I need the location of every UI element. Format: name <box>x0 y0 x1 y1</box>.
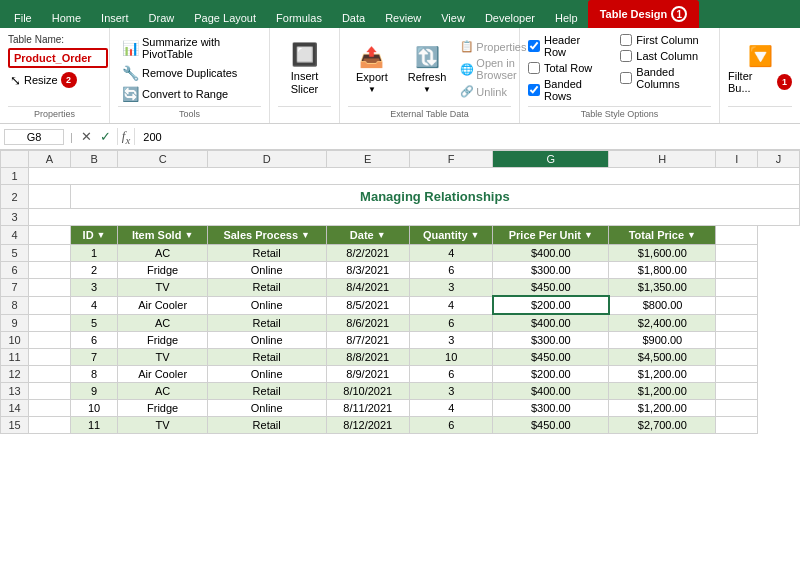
table-data-cell[interactable]: $1,350.00 <box>609 279 716 297</box>
summarize-pivot-button[interactable]: 📊 Summarize with PivotTable <box>118 34 261 62</box>
cell[interactable] <box>29 209 800 226</box>
formula-input[interactable] <box>139 130 796 144</box>
table-data-cell[interactable]: 8/2/2021 <box>326 245 409 262</box>
banded-rows-checkbox-label[interactable]: Banded Rows <box>528 78 604 102</box>
table-data-cell[interactable]: 2 <box>70 262 118 279</box>
tab-insert[interactable]: Insert <box>91 8 139 28</box>
table-data-cell[interactable]: 11 <box>70 417 118 434</box>
table-data-cell[interactable]: 3 <box>409 279 492 297</box>
col-header-f[interactable]: F <box>409 151 492 168</box>
table-data-cell[interactable]: 3 <box>409 332 492 349</box>
cell[interactable] <box>29 226 71 245</box>
cell[interactable] <box>29 185 71 209</box>
cell[interactable] <box>29 400 71 417</box>
cell[interactable] <box>716 226 758 245</box>
table-data-cell[interactable]: 4 <box>70 296 118 314</box>
row-header[interactable]: 7 <box>1 279 29 297</box>
last-column-checkbox-label[interactable]: Last Column <box>620 50 711 62</box>
cell[interactable] <box>29 279 71 297</box>
table-data-cell[interactable]: $1,200.00 <box>609 383 716 400</box>
insert-slicer-button[interactable]: 🔲 InsertSlicer <box>283 38 327 100</box>
cell[interactable] <box>29 262 71 279</box>
refresh-button[interactable]: 🔃 Refresh ▼ <box>400 43 455 96</box>
col-header-c[interactable]: C <box>118 151 207 168</box>
table-data-cell[interactable]: $300.00 <box>493 332 609 349</box>
table-data-cell[interactable]: 8/11/2021 <box>326 400 409 417</box>
table-data-cell[interactable]: Online <box>207 296 326 314</box>
table-data-cell[interactable]: $1,800.00 <box>609 262 716 279</box>
cell[interactable] <box>716 366 758 383</box>
cell[interactable] <box>29 332 71 349</box>
table-data-cell[interactable]: $2,700.00 <box>609 417 716 434</box>
cell[interactable] <box>29 417 71 434</box>
table-header-cell[interactable]: Sales Process ▼ <box>207 226 326 245</box>
table-data-cell[interactable]: 1 <box>70 245 118 262</box>
row-header[interactable]: 15 <box>1 417 29 434</box>
table-data-cell[interactable]: 4 <box>409 400 492 417</box>
total-row-checkbox-label[interactable]: Total Row <box>528 62 604 74</box>
table-data-cell[interactable]: 3 <box>70 279 118 297</box>
banded-columns-checkbox[interactable] <box>620 72 632 84</box>
table-data-cell[interactable]: $300.00 <box>493 400 609 417</box>
table-data-cell[interactable]: Retail <box>207 279 326 297</box>
table-data-cell[interactable]: TV <box>118 279 207 297</box>
row-header[interactable]: 2 <box>1 185 29 209</box>
table-data-cell[interactable]: AC <box>118 383 207 400</box>
table-data-cell[interactable]: 5 <box>70 314 118 332</box>
unlink-button[interactable]: 🔗 Unlink <box>458 84 528 99</box>
table-data-cell[interactable]: Online <box>207 332 326 349</box>
table-data-cell[interactable]: 8/3/2021 <box>326 262 409 279</box>
table-data-cell[interactable]: $200.00 <box>493 296 609 314</box>
tab-data[interactable]: Data <box>332 8 375 28</box>
table-data-cell[interactable]: 9 <box>70 383 118 400</box>
table-data-cell[interactable]: $450.00 <box>493 417 609 434</box>
table-data-cell[interactable]: 10 <box>409 349 492 366</box>
col-header-b[interactable]: B <box>70 151 118 168</box>
row-header[interactable]: 4 <box>1 226 29 245</box>
remove-duplicates-button[interactable]: 🔧 Remove Duplicates <box>118 63 261 83</box>
table-data-cell[interactable]: 7 <box>70 349 118 366</box>
tab-home[interactable]: Home <box>42 8 91 28</box>
cell[interactable] <box>29 383 71 400</box>
table-data-cell[interactable]: 3 <box>409 383 492 400</box>
table-data-cell[interactable]: $4,500.00 <box>609 349 716 366</box>
table-data-cell[interactable]: Fridge <box>118 262 207 279</box>
table-data-cell[interactable]: $1,200.00 <box>609 400 716 417</box>
cell[interactable] <box>716 332 758 349</box>
col-header-i[interactable]: I <box>716 151 758 168</box>
tab-formulas[interactable]: Formulas <box>266 8 332 28</box>
cell[interactable] <box>716 279 758 297</box>
row-header[interactable]: 5 <box>1 245 29 262</box>
row-header[interactable]: 11 <box>1 349 29 366</box>
row-header[interactable]: 13 <box>1 383 29 400</box>
table-data-cell[interactable]: 4 <box>409 296 492 314</box>
col-header-h[interactable]: H <box>609 151 716 168</box>
cell[interactable] <box>29 349 71 366</box>
table-data-cell[interactable]: 4 <box>409 245 492 262</box>
cell[interactable] <box>716 349 758 366</box>
table-data-cell[interactable]: $800.00 <box>609 296 716 314</box>
last-column-checkbox[interactable] <box>620 50 632 62</box>
cell[interactable] <box>716 262 758 279</box>
table-data-cell[interactable]: 8/6/2021 <box>326 314 409 332</box>
row-header[interactable]: 9 <box>1 314 29 332</box>
convert-to-range-button[interactable]: 🔄 Convert to Range <box>118 84 261 104</box>
row-header[interactable]: 12 <box>1 366 29 383</box>
table-data-cell[interactable]: 6 <box>409 417 492 434</box>
table-data-cell[interactable]: Retail <box>207 383 326 400</box>
first-column-checkbox-label[interactable]: First Column <box>620 34 711 46</box>
table-data-cell[interactable]: Air Cooler <box>118 366 207 383</box>
row-header[interactable]: 6 <box>1 262 29 279</box>
cell[interactable] <box>29 314 71 332</box>
cell[interactable] <box>716 383 758 400</box>
table-header-cell[interactable]: Date ▼ <box>326 226 409 245</box>
table-data-cell[interactable]: 8/8/2021 <box>326 349 409 366</box>
table-data-cell[interactable]: 8/12/2021 <box>326 417 409 434</box>
table-data-cell[interactable]: $400.00 <box>493 383 609 400</box>
function-icon[interactable]: fx <box>117 128 135 146</box>
table-data-cell[interactable]: 8/5/2021 <box>326 296 409 314</box>
table-data-cell[interactable]: 6 <box>409 262 492 279</box>
col-header-a[interactable]: A <box>29 151 71 168</box>
tab-file[interactable]: File <box>4 8 42 28</box>
filter-button[interactable]: Filter Bu... 1 <box>728 70 792 94</box>
